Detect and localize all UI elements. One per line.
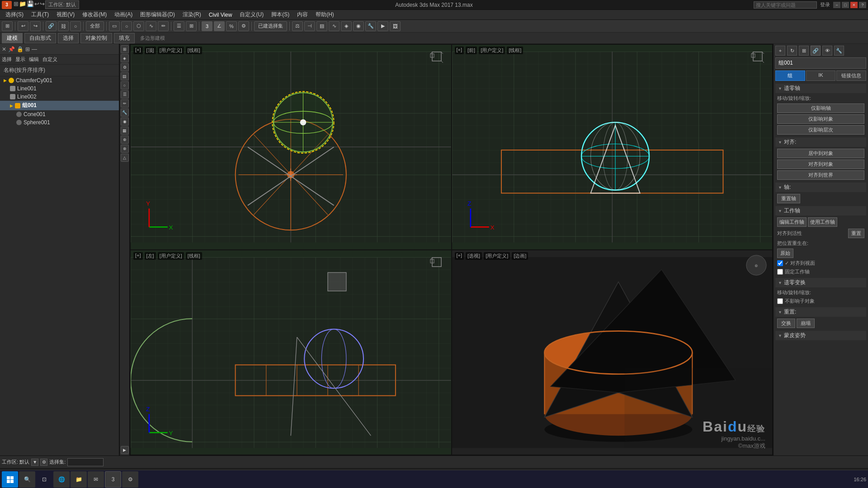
angle-snap-btn[interactable]: ∠ xyxy=(214,21,225,31)
vp-left-plus[interactable]: [+] xyxy=(133,252,143,260)
login-btn[interactable]: 登录 xyxy=(818,1,832,8)
outliner-expand-btn[interactable]: ⊞ xyxy=(25,46,30,52)
select-by-name-btn[interactable]: ☰ xyxy=(174,21,184,31)
lv-btn-2[interactable]: ◈ xyxy=(121,54,129,62)
viewport-perspective[interactable]: [+] [选视] [用户定义] [边画] ⊕ xyxy=(452,250,773,455)
tb-redo[interactable]: ↪ xyxy=(40,0,45,9)
vp-top-plus[interactable]: [+] xyxy=(133,47,143,54)
rp-section-axis[interactable]: ▼ 轴: xyxy=(775,183,866,192)
select-filter-btn[interactable]: ⊞ xyxy=(2,21,13,31)
rp-section-transform-axis[interactable]: ▼ 遗零轴 xyxy=(775,84,866,93)
all-btn[interactable]: 全部 xyxy=(86,21,104,31)
search-input[interactable] xyxy=(754,1,817,9)
lv-btn-7[interactable]: ✏ xyxy=(121,99,129,108)
rp-section-work-axis[interactable]: ▼ 工作轴 xyxy=(775,206,866,216)
bind-btn[interactable]: ○ xyxy=(70,21,81,31)
select-set-input[interactable] xyxy=(67,458,104,466)
search-taskbar-btn[interactable]: 🔍 xyxy=(19,471,35,488)
menu-graph-editor[interactable]: 图形编辑器(D) xyxy=(137,10,179,19)
layer-btn[interactable]: ▤ xyxy=(316,21,327,31)
mirror-btn[interactable]: ⚖ xyxy=(292,21,303,31)
rp-affect-object-btn[interactable]: 仅影响对象 xyxy=(777,114,864,124)
undo-btn[interactable]: ↩ xyxy=(18,21,28,31)
menu-select[interactable]: 选择(S) xyxy=(2,10,27,19)
lv-btn-5[interactable]: ○ xyxy=(121,81,129,89)
curve-editor-btn[interactable]: ∿ xyxy=(329,21,340,31)
vp-left-cube-gizmo[interactable] xyxy=(427,254,447,274)
menu-civil-view[interactable]: Civil View xyxy=(205,11,236,19)
tb-icon-3[interactable]: 💾 xyxy=(27,0,34,9)
rp-align-object-btn[interactable]: 对齐到对象 xyxy=(777,160,864,169)
vp-front-plus[interactable]: [+] xyxy=(455,47,464,54)
mode-freeform[interactable]: 自由形式 xyxy=(24,33,56,43)
select-paint-btn[interactable]: ✏ xyxy=(158,21,169,31)
vp-persp-user[interactable]: [用户定义] xyxy=(484,252,510,260)
rp-scale-icon[interactable]: ⊞ xyxy=(799,46,809,56)
menu-modifier[interactable]: 修改器(M) xyxy=(79,10,110,19)
vp-top-wire[interactable]: [线框] xyxy=(186,47,202,54)
mode-fill[interactable]: 填充 xyxy=(114,33,135,43)
menu-view[interactable]: 视图(V) xyxy=(53,10,78,19)
menu-tools[interactable]: 工具(T) xyxy=(28,10,52,19)
link-btn[interactable]: 🔗 xyxy=(46,21,57,31)
rp-hierarchy-icon[interactable]: 🔗 xyxy=(811,46,821,56)
schematic-btn[interactable]: ◈ xyxy=(341,21,352,31)
outliner-display-tab[interactable]: 显示 xyxy=(15,56,25,63)
minimize-btn[interactable]: − xyxy=(833,2,840,8)
render-btn[interactable]: ▶ xyxy=(377,21,388,31)
mode-selection[interactable]: 选择 xyxy=(58,33,79,43)
mail-btn[interactable]: ✉ xyxy=(88,471,104,488)
vp-front-view[interactable]: [前] xyxy=(466,47,477,54)
scene-item-chamfercy001[interactable]: ▶ ChamferCy001 xyxy=(0,76,119,84)
rp-section-reset[interactable]: ▼ 重置: xyxy=(775,307,866,317)
menu-customize[interactable]: 自定义(U) xyxy=(236,10,267,19)
vp-left-user[interactable]: [用户定义] xyxy=(158,252,184,260)
lv-btn-10[interactable]: ▦ xyxy=(121,127,129,135)
render-setup-btn[interactable]: 🔧 xyxy=(365,21,376,31)
rp-utility-icon[interactable]: 🔧 xyxy=(834,46,844,56)
rp-rotate-icon[interactable]: ↻ xyxy=(787,46,797,56)
vp-top-user[interactable]: [用户定义] xyxy=(158,47,184,54)
help-btn[interactable]: ? xyxy=(859,2,866,8)
rp-align-plane-check[interactable] xyxy=(777,260,783,266)
unlink-btn[interactable]: ⛓ xyxy=(58,21,69,31)
scene-item-cone001[interactable]: Cone001 xyxy=(0,110,119,118)
named-select-btn[interactable]: 已建选择集 xyxy=(254,21,287,31)
material-btn[interactable]: ◉ xyxy=(353,21,364,31)
rp-section-skin-pose[interactable]: ▼ 蒙皮姿势 xyxy=(775,331,866,340)
lv-btn-8[interactable]: 🔧 xyxy=(121,108,129,117)
scene-item-line001[interactable]: Line001 xyxy=(0,84,119,93)
rp-section-align[interactable]: ▼ 对齐: xyxy=(775,137,866,147)
menu-script[interactable]: 脚本(S) xyxy=(268,10,293,19)
workspace-selector[interactable]: 工作区: 默认 xyxy=(45,0,79,9)
rp-section-transform-transform[interactable]: ▼ 遗零变换 xyxy=(775,278,866,287)
maximize-btn[interactable]: □ xyxy=(842,2,849,8)
vp-front-user[interactable]: [用户定义] xyxy=(479,47,505,54)
select-circle-btn[interactable]: ○ xyxy=(121,21,132,31)
menu-content[interactable]: 内容 xyxy=(293,10,311,19)
viewport-front[interactable]: [+] [前] [用户定义] [线框] xyxy=(452,45,773,249)
tb-icon-2[interactable]: 📁 xyxy=(19,0,26,9)
percent-snap-btn[interactable]: % xyxy=(226,21,237,31)
vp-left-view[interactable]: [左] xyxy=(145,252,156,260)
lv-btn-bottom[interactable]: ▶ xyxy=(121,446,129,454)
viewport-left[interactable]: [+] [左] [用户定义] [线框] xyxy=(131,250,451,455)
lv-btn-13[interactable]: △ xyxy=(121,154,129,162)
scene-item-group001[interactable]: ▶ 组001 xyxy=(0,101,119,110)
select-fence-btn[interactable]: ⬡ xyxy=(133,21,144,31)
snap-3d-btn[interactable]: 3 xyxy=(202,21,212,31)
redo-btn[interactable]: ↪ xyxy=(30,21,41,31)
mode-object-control[interactable]: 对象控制 xyxy=(80,33,112,43)
outliner-lock-btn[interactable]: 🔒 xyxy=(17,46,24,52)
vp-front-cube-gizmo[interactable] xyxy=(748,48,768,68)
rp-move-icon[interactable]: + xyxy=(775,46,785,56)
rp-fix-axis-check[interactable] xyxy=(777,269,783,275)
lv-btn-6[interactable]: ☰ xyxy=(121,90,129,99)
menu-animation[interactable]: 动画(A) xyxy=(111,10,136,19)
rp-use-work-axis-btn[interactable]: 使用工作轴 xyxy=(808,217,837,227)
vp-top-cube-gizmo[interactable] xyxy=(427,48,447,68)
vp-front-wire[interactable]: [线框] xyxy=(507,47,523,54)
tb-undo[interactable]: ↩ xyxy=(34,0,39,9)
rp-dont-affect-check[interactable] xyxy=(777,298,783,304)
tb-icon-1[interactable]: ⊞ xyxy=(14,0,19,9)
